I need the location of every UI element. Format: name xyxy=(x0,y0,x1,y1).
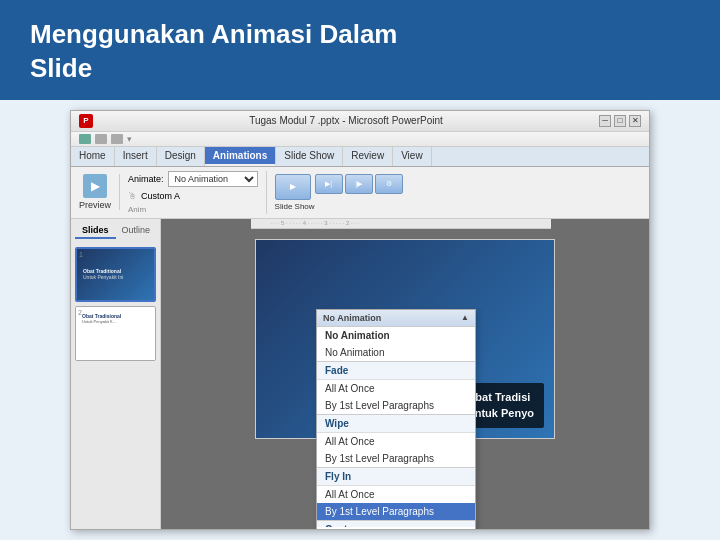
ribbon-animate-group: Animate: No Animation 🖱 Custom A Anim xyxy=(128,171,267,214)
animate-select[interactable]: No Animation xyxy=(168,171,258,187)
maximize-button[interactable]: □ xyxy=(614,115,626,127)
ruler-horizontal: · · · 5 · · · · · 4 · · · · · 3 · · · · … xyxy=(251,219,551,229)
page-title: Menggunakan Animasi Dalam Slide xyxy=(30,18,690,86)
undo-icon[interactable] xyxy=(95,134,107,144)
animate-label: Animate: xyxy=(128,174,164,184)
ribbon-content: ▶ Preview Animate: No Animation 🖱 Custom… xyxy=(71,167,649,219)
animate-dropdown: No Animation ▲ No Animation No Animation… xyxy=(316,309,476,529)
dropdown-item-wipe-once[interactable]: All At Once xyxy=(317,433,475,450)
tab-design[interactable]: Design xyxy=(157,147,205,166)
ppt-titlebar: P Tugas Modul 7 .pptx - Microsoft PowerP… xyxy=(71,111,649,132)
tab-review[interactable]: Review xyxy=(343,147,393,166)
slide-overlay-line2: Untuk Penyo xyxy=(467,405,534,422)
dropdown-item-fade-by-para[interactable]: By 1st Level Paragraphs xyxy=(317,397,475,414)
ribbon-preview-group: ▶ Preview xyxy=(79,174,120,210)
dropdown-section-flyin: Fly In xyxy=(317,467,475,486)
tab-animations[interactable]: Animations xyxy=(205,147,276,166)
ribbon-slideshow-group: ▶ ▶| |▶ ⚙ Slide Show xyxy=(275,174,403,211)
dropdown-scroll-up-icon: ▲ xyxy=(461,313,469,322)
slide-panel: Slides Outline 1 Obat Traditional Untuk … xyxy=(71,219,161,529)
ppt-window-controls: ─ □ ✕ xyxy=(599,115,641,127)
slide-overlay-line1: Obat Tradisi xyxy=(467,389,534,406)
slide-panel-tabs: Slides Outline xyxy=(75,223,156,239)
dropdown-item-flyin-by-para[interactable]: By 1st Level Paragraphs xyxy=(317,503,475,520)
dropdown-item-flyin-once[interactable]: All At Once xyxy=(317,486,475,503)
slide-btn-group: ▶| |▶ ⚙ xyxy=(315,174,403,200)
custom-animate-row: 🖱 Custom A xyxy=(128,191,180,201)
page-header: Menggunakan Animasi Dalam Slide xyxy=(0,0,720,100)
ppt-main-canvas: · · · 5 · · · · · 4 · · · · · 3 · · · · … xyxy=(161,219,649,529)
dropdown-section-custom: Custom xyxy=(317,520,475,527)
custom-animate-label: Custom A xyxy=(141,191,180,201)
tab-slide-show[interactable]: Slide Show xyxy=(276,147,343,166)
anim-label: Anim xyxy=(128,205,146,214)
dropdown-scroll-area: No Animation No Animation Fade All At On… xyxy=(317,327,475,527)
redo-icon[interactable] xyxy=(111,134,123,144)
dropdown-section-fade: Fade xyxy=(317,361,475,380)
ppt-window: P Tugas Modul 7 .pptx - Microsoft PowerP… xyxy=(70,110,650,530)
dropdown-header: No Animation ▲ xyxy=(317,310,475,327)
dropdown-item-wipe-by-para[interactable]: By 1st Level Paragraphs xyxy=(317,450,475,467)
slide-from-current-button[interactable]: |▶ xyxy=(345,174,373,194)
save-icon[interactable] xyxy=(79,134,91,144)
dropdown-item-no-animation-header[interactable]: No Animation xyxy=(317,327,475,344)
dropdown-item-no-animation[interactable]: No Animation xyxy=(317,344,475,361)
outline-tab[interactable]: Outline xyxy=(116,223,157,239)
slide-show-button-1[interactable]: ▶ xyxy=(275,174,311,200)
close-button[interactable]: ✕ xyxy=(629,115,641,127)
slide-show-label: Slide Show xyxy=(275,202,315,211)
slide-thumb-2[interactable]: 2 Obat Tradisional Untuk Penyakit K... xyxy=(75,306,156,361)
main-content: P Tugas Modul 7 .pptx - Microsoft PowerP… xyxy=(0,100,720,540)
slide-custom-button[interactable]: ⚙ xyxy=(375,174,403,194)
tab-home[interactable]: Home xyxy=(71,147,115,166)
ppt-workarea: Slides Outline 1 Obat Traditional Untuk … xyxy=(71,219,649,529)
preview-label: Preview xyxy=(79,200,111,210)
dropdown-item-fade-once[interactable]: All At Once xyxy=(317,380,475,397)
slide-thumb-1[interactable]: 1 Obat Traditional Untuk Penyakit Ini xyxy=(75,247,156,302)
powerpoint-logo-icon: P xyxy=(79,114,93,128)
tab-view[interactable]: View xyxy=(393,147,432,166)
ppt-titlebar-text: Tugas Modul 7 .pptx - Microsoft PowerPoi… xyxy=(99,115,593,126)
tab-insert[interactable]: Insert xyxy=(115,147,157,166)
minimize-button[interactable]: ─ xyxy=(599,115,611,127)
dropdown-scroll-down[interactable]: ▼ xyxy=(317,527,475,529)
slide-from-begin-button[interactable]: ▶| xyxy=(315,174,343,194)
ribbon-tabs: Home Insert Design Animations Slide Show… xyxy=(71,147,649,167)
quick-access-toolbar: ▾ xyxy=(71,132,649,147)
animate-row: Animate: No Animation xyxy=(128,171,258,187)
slides-tab[interactable]: Slides xyxy=(75,223,116,239)
slide-show-buttons: ▶ ▶| |▶ ⚙ xyxy=(275,174,403,200)
preview-icon[interactable]: ▶ xyxy=(83,174,107,198)
dropdown-section-wipe: Wipe xyxy=(317,414,475,433)
